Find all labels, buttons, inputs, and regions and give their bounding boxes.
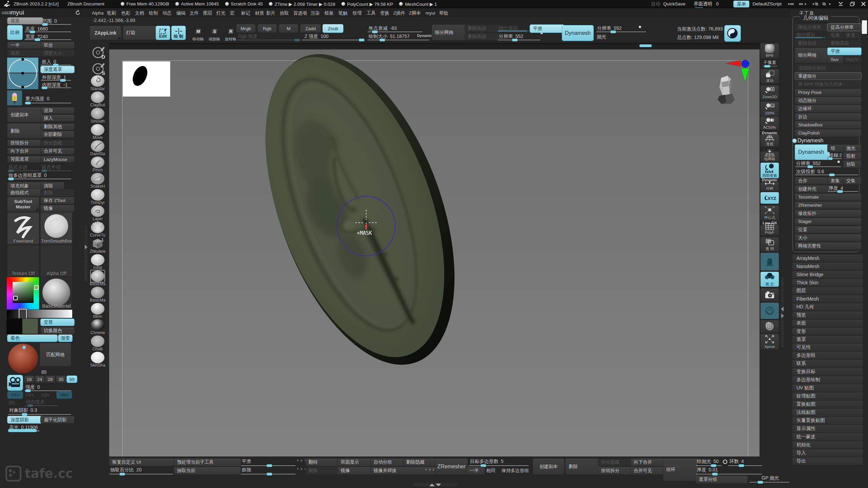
axis-gizmo[interactable] bbox=[726, 60, 753, 83]
menu-item-21[interactable]: 变换 bbox=[380, 9, 389, 17]
blur-slider[interactable]: 模糊2 bbox=[828, 152, 842, 160]
projection-master-button[interactable] bbox=[725, 25, 741, 41]
right-strip-xyz[interactable]: XYZ bbox=[761, 192, 779, 204]
restore-ui-button[interactable]: 恢复自定义 UI bbox=[109, 459, 176, 466]
append-button[interactable]: 追加 bbox=[41, 107, 74, 114]
canvas-viewport[interactable]: +MASK bbox=[109, 49, 760, 456]
sym-y-label[interactable]: >Y< bbox=[25, 392, 34, 398]
menu-item-25[interactable]: 帮助 bbox=[439, 9, 448, 17]
fill-object-button[interactable]: 填充对象 bbox=[7, 182, 42, 189]
bs-merge-down-button[interactable]: 向下合并 bbox=[631, 459, 665, 466]
object-shadow-slider[interactable]: 对象阴影0.3 bbox=[8, 407, 71, 415]
scrollbar-thumb[interactable] bbox=[639, 44, 652, 47]
right-strip-scroll-hand[interactable]: 滚动 bbox=[761, 69, 779, 83]
curve-mode-button[interactable]: 曲线模式 bbox=[7, 189, 42, 196]
brush-move[interactable]: Move bbox=[87, 124, 108, 140]
resolution-slider-a[interactable]: 分辨率552 bbox=[498, 34, 540, 41]
menu-item-19[interactable]: 纹理 bbox=[353, 9, 362, 17]
quicksave-button[interactable]: QuickSave bbox=[663, 1, 685, 6]
alpha-off-tile[interactable]: Alpha Off bbox=[41, 245, 72, 277]
subtool-section-23[interactable]: 初始化 bbox=[792, 441, 863, 449]
user-name[interactable]: myui bbox=[11, 9, 24, 16]
divide-button[interactable]: 细分网格 bbox=[432, 25, 467, 40]
group-polish-ring[interactable] bbox=[723, 460, 727, 464]
bs-merge-visible-button[interactable]: 合并可见 bbox=[631, 467, 665, 474]
group-polish-slider[interactable]: 组抛光50 bbox=[696, 459, 722, 467]
resolution-restore-dot[interactable] bbox=[639, 26, 641, 28]
insert-button[interactable]: 插入 bbox=[41, 115, 74, 121]
flip-button[interactable]: 翻转 bbox=[305, 459, 340, 466]
menu-item-10[interactable]: 宏 bbox=[230, 9, 235, 17]
right-strip-polyframe-grid[interactable]: PolyF bbox=[761, 225, 779, 235]
menu-item-14[interactable]: 拾取 bbox=[280, 9, 289, 17]
lazymouse-button[interactable]: LazyMouse bbox=[41, 156, 74, 162]
menu-item-8[interactable]: 图层 bbox=[203, 9, 212, 17]
rp-resolution-slider[interactable]: 分辨率552 bbox=[795, 161, 841, 168]
right-strip-circle-outline[interactable] bbox=[761, 303, 779, 319]
proxy-pose-button[interactable]: Proxy Pose bbox=[795, 89, 861, 96]
dial-s-button[interactable]: S bbox=[91, 61, 106, 77]
intersection-button[interactable]: 交集 bbox=[843, 177, 861, 184]
undo-history-icon[interactable] bbox=[787, 2, 808, 6]
menu-item-16[interactable]: 渲染 bbox=[311, 9, 320, 17]
background-button[interactable]: 背景 bbox=[7, 18, 43, 24]
sym-m-button[interactable]: >M< bbox=[57, 391, 72, 399]
dynamic-sdiv-button[interactable]: 动态细分 bbox=[795, 97, 861, 104]
rp-resolution-dot[interactable] bbox=[837, 161, 840, 163]
right-strip-ghost[interactable] bbox=[761, 253, 779, 270]
smt-button[interactable]: 平滑 bbox=[530, 25, 564, 33]
brush-layer[interactable]: Layer bbox=[87, 205, 108, 221]
menu-item-12[interactable]: 材质 bbox=[255, 9, 264, 17]
draw-button[interactable]: 绘 制 bbox=[172, 26, 185, 40]
pick-button[interactable]: 拾取 bbox=[843, 161, 861, 168]
brush-smooth[interactable]: Smooth bbox=[87, 108, 108, 124]
decimate-current-button[interactable]: 抽取当前 bbox=[174, 467, 241, 474]
menu-item-17[interactable]: 模板 bbox=[324, 9, 334, 17]
right-tray-divider[interactable] bbox=[781, 277, 784, 348]
backface-mask-button[interactable]: 背面遮罩 bbox=[7, 156, 42, 162]
save-ztool-button[interactable]: 保存 ZTool bbox=[41, 197, 74, 204]
half-button[interactable]: 一半 bbox=[7, 42, 42, 48]
thickness-slider[interactable]: 厚度4 bbox=[828, 185, 858, 192]
subtool-section-3[interactable]: Thick Skin bbox=[792, 279, 863, 286]
create-shell-button[interactable]: 创建外壳 bbox=[795, 185, 829, 192]
subtool-section-20[interactable]: 矢量置换贴图 bbox=[792, 417, 863, 424]
refresh-icon[interactable] bbox=[75, 10, 81, 16]
right-strip-transparent-squares[interactable]: 透 明 bbox=[761, 237, 779, 251]
right-tray-arrow-left[interactable] bbox=[781, 307, 784, 311]
double-sided-button[interactable]: 双面显示 bbox=[338, 459, 372, 466]
subtool-section-22[interactable]: 统一蒙皮 bbox=[792, 433, 863, 441]
clear-button[interactable]: 清除 bbox=[41, 182, 64, 189]
bs-create-copy-button[interactable]: 创建副本 bbox=[533, 459, 564, 474]
menu-item-alpha[interactable]: Alpha bbox=[92, 9, 104, 17]
left-tray-divider[interactable] bbox=[84, 225, 87, 282]
alternate-button[interactable]: 交替 bbox=[41, 319, 74, 326]
mask-group-button[interactable]: 遮罩分组 bbox=[696, 476, 748, 483]
lightbox-button[interactable]: 灯箱 bbox=[123, 26, 157, 40]
switch-color-button[interactable]: 切换颜色 bbox=[41, 327, 74, 334]
focal-shift-slider[interactable]: 焦点衰减-83 bbox=[368, 25, 422, 33]
flatten-shadow-button[interactable]: 扁平化阴影 bbox=[41, 416, 74, 423]
right-strip-zoom-magnifier[interactable]: Zoom2D bbox=[761, 85, 779, 100]
depth-shadow-button[interactable]: 深度阴影 bbox=[7, 416, 42, 423]
auto-group-button[interactable]: 自动分组 bbox=[371, 459, 405, 466]
material-basicma[interactable]: BasicMa bbox=[87, 270, 108, 286]
gravity-crayon-tile[interactable] bbox=[7, 90, 22, 105]
material-blinn[interactable]: Blinn bbox=[87, 303, 108, 319]
mirror-button[interactable]: 镜像 bbox=[41, 205, 74, 212]
claypolish-button[interactable]: ClayPolish bbox=[795, 129, 861, 137]
right-strip-perspective-grid[interactable]: 透视 bbox=[761, 135, 779, 147]
sym-x-button[interactable]: >X< bbox=[7, 391, 23, 399]
dynamesh-button[interactable]: Dynamesh bbox=[562, 25, 593, 41]
fps-18-button[interactable]: 18 bbox=[24, 376, 34, 383]
material-skinsha[interactable]: SkinSha bbox=[87, 352, 108, 368]
right-strip-bpr-sphere[interactable]: BPR bbox=[761, 43, 779, 58]
right-strip-camera[interactable] bbox=[761, 288, 779, 301]
group-loop-button[interactable]: 组环 bbox=[663, 459, 697, 481]
zsub-button[interactable]: Zsub bbox=[323, 24, 343, 33]
target-poly-slider[interactable]: 目标多边形数5 bbox=[469, 459, 529, 467]
bs-mirror-button[interactable]: 镜像 bbox=[338, 467, 372, 474]
right-strip-local-transform[interactable]: 局部变换 bbox=[761, 163, 779, 178]
menu-item-18[interactable]: 笔触 bbox=[338, 9, 348, 17]
minimize-icon[interactable] bbox=[838, 2, 843, 6]
